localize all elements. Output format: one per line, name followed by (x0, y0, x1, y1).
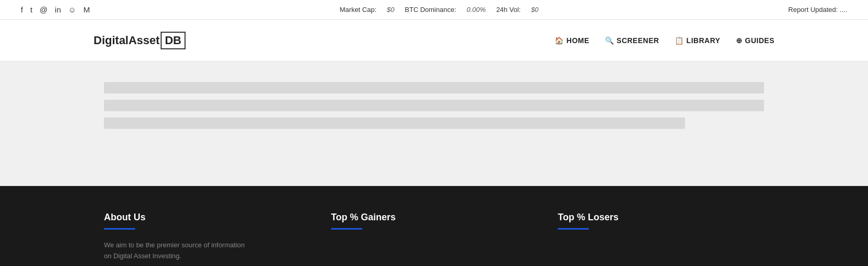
loading-bar-1 (104, 82, 764, 94)
instagram-icon[interactable]: @ (40, 5, 47, 14)
nav-guides-label: GUIDES (745, 36, 774, 45)
about-us-underline (104, 228, 135, 230)
logo-suffix: DB (161, 32, 186, 49)
report-updated: Report Updated: .... (788, 6, 847, 14)
logo-prefix: DigitalAsset (94, 34, 160, 47)
footer-grid: About Us We aim to be the premier source… (104, 212, 764, 262)
nav-home-label: HOME (567, 36, 589, 45)
top-losers-title: Top % Losers (558, 212, 764, 223)
market-cap-label: Market Cap: (340, 6, 377, 14)
twitter-icon[interactable]: t (30, 5, 32, 14)
market-cap-value: $0 (387, 6, 394, 14)
logo[interactable]: DigitalAsset DB (94, 32, 186, 49)
social-icons: f t @ in ☺ M (21, 5, 90, 14)
search-icon: 🔍 (605, 36, 614, 45)
reddit-icon[interactable]: ☺ (68, 5, 76, 14)
home-icon: 🏠 (555, 36, 564, 45)
facebook-icon[interactable]: f (21, 5, 23, 14)
about-us-title: About Us (104, 212, 310, 223)
nav-menu: 🏠 HOME 🔍 SCREENER 📋 LIBRARY ⊕ GUIDES (555, 36, 774, 45)
nav-guides[interactable]: ⊕ GUIDES (736, 36, 774, 45)
linkedin-icon[interactable]: in (55, 5, 61, 14)
top-gainers-title: Top % Gainers (331, 212, 537, 223)
vol-value: $0 (531, 6, 538, 14)
main-content (0, 61, 868, 186)
btc-dominance-label: BTC Dominance: (405, 6, 456, 14)
gainers-underline (331, 228, 362, 230)
market-info: Market Cap: $0 BTC Dominance: 0.00% 24h … (340, 6, 539, 14)
guides-icon: ⊕ (736, 36, 743, 45)
medium-icon[interactable]: M (84, 5, 90, 14)
footer-losers-section: Top % Losers (558, 212, 764, 262)
nav-library-label: LIBRARY (687, 36, 720, 45)
header: DigitalAsset DB 🏠 HOME 🔍 SCREENER 📋 LIBR… (0, 20, 868, 61)
footer-gainers-section: Top % Gainers (331, 212, 537, 262)
nav-screener[interactable]: 🔍 SCREENER (605, 36, 659, 45)
about-us-text: We aim to be the premier source of infor… (104, 240, 249, 262)
vol-label: 24h Vol: (496, 6, 521, 14)
loading-bar-2 (104, 100, 764, 111)
top-bar: f t @ in ☺ M Market Cap: $0 BTC Dominanc… (0, 0, 868, 20)
footer: About Us We aim to be the premier source… (0, 186, 868, 266)
loading-bar-3 (104, 117, 685, 129)
nav-home[interactable]: 🏠 HOME (555, 36, 589, 45)
btc-dominance-value: 0.00% (467, 6, 486, 14)
nav-library[interactable]: 📋 LIBRARY (675, 36, 720, 45)
nav-screener-label: SCREENER (616, 36, 659, 45)
losers-underline (558, 228, 589, 230)
footer-about-section: About Us We aim to be the premier source… (104, 212, 310, 262)
library-icon: 📋 (675, 36, 684, 45)
